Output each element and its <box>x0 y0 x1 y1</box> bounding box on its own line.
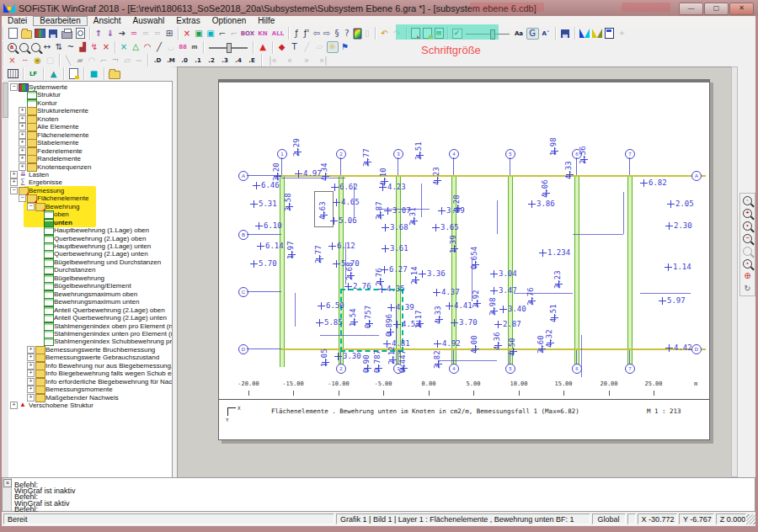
decimals-m-button[interactable]: .M <box>165 55 178 66</box>
undo-button[interactable]: ↶ <box>379 28 391 40</box>
tree-item-anteil-querbewehrung-2-lage-unten[interactable]: Anteil Querbewehrung (2.Lage) unten <box>8 314 172 322</box>
decimals-e-button[interactable]: .E <box>246 55 259 66</box>
tree-item-bewehrungsmaximum-oben[interactable]: Bewehrungsmaximum oben <box>8 290 172 298</box>
tree-expander-collapse-icon[interactable]: − <box>19 194 26 202</box>
favorites-button[interactable]: ✦ <box>617 28 628 40</box>
drawing-workspace[interactable]: 1234567234567ABCDAD2.293.773.511.982.564… <box>177 66 733 479</box>
select-all-button[interactable]: ALL <box>271 28 286 40</box>
menu-optionen[interactable]: Optionen <box>206 16 253 26</box>
pick-help-button[interactable]: ? <box>343 28 352 40</box>
tree-expander-expand-icon[interactable]: + <box>19 107 26 114</box>
menu-hilfe[interactable]: Hilfe <box>252 16 280 26</box>
tree-item-federelemente[interactable]: +Federelemente <box>8 147 172 155</box>
tree-expander-expand-icon[interactable]: + <box>27 370 35 377</box>
page-align-2-button[interactable]: = <box>141 28 152 40</box>
animate-button[interactable]: ↯ <box>89 41 100 53</box>
tree-item-bewehrungsmaximum-unten[interactable]: Bewehrungsmaximum unten <box>8 298 172 306</box>
page-first-button[interactable]: |« <box>265 55 281 66</box>
import-db-button[interactable] <box>34 28 46 40</box>
redo-button[interactable]: ↷ <box>392 28 403 40</box>
decimals-1-button[interactable]: .1 <box>192 55 205 66</box>
font-fixed-button[interactable]: G <box>526 28 539 40</box>
draw-tool-button[interactable]: ╱ <box>302 41 313 53</box>
tree-item-bewehrung[interactable]: −Bewehrung <box>8 203 172 210</box>
tree-item-hauptbewehrung-1-lage-oben[interactable]: Hauptbewehrung (1.Lage) oben <box>8 226 172 234</box>
corner-1-button[interactable]: ⌐ <box>99 55 109 66</box>
menu-ansicht[interactable]: Ansicht <box>88 16 127 26</box>
export-page-2-button[interactable] <box>422 28 433 40</box>
page-align-3-button[interactable]: = <box>152 28 163 40</box>
tree-item-stabelemente[interactable]: +Stabelemente <box>8 139 172 146</box>
pan-horizontal-button[interactable]: ↔ <box>42 41 53 53</box>
output-close-icon[interactable]: × <box>3 479 12 487</box>
tree-item-ergebnisse[interactable]: +∑Ergebnisse <box>8 178 172 186</box>
tree-item-strukturelemente[interactable]: +Strukturelemente <box>8 107 172 114</box>
menu-extras[interactable]: Extras <box>170 16 206 26</box>
select-function-2-button[interactable]: ƒ' <box>302 28 312 40</box>
tree-expander-collapse-icon[interactable]: − <box>10 83 18 91</box>
tree-expander-expand-icon[interactable]: + <box>19 155 26 162</box>
font-select-button[interactable]: Aa <box>513 28 526 40</box>
clip-plane-button[interactable]: × <box>119 41 130 53</box>
render-mode-button[interactable] <box>353 28 362 40</box>
new-button[interactable] <box>7 28 19 40</box>
wingraf-close-button[interactable] <box>591 28 603 40</box>
delete-dimension-button[interactable]: × <box>7 55 19 66</box>
diagram-display-button[interactable]: ▟ <box>77 41 88 53</box>
tree-item-kontur[interactable]: Kontur <box>8 99 172 107</box>
page-next-button[interactable]: » <box>299 55 315 66</box>
zoom-view-button[interactable] <box>19 41 29 53</box>
minimize-button[interactable]: — <box>679 3 703 15</box>
panel-box-button[interactable]: ■ <box>88 68 101 80</box>
tree-item-bemessungsmomente[interactable]: +Bemessungsmomente <box>8 386 172 393</box>
panel-isolines-button[interactable]: ▲ <box>47 68 61 80</box>
export-page-3-button[interactable] <box>434 28 445 40</box>
zoom-all-button[interactable]: ⊕ <box>741 270 754 282</box>
marker-button[interactable]: ◆ <box>276 41 288 53</box>
show-all-elements-button[interactable]: ▣ <box>194 28 205 40</box>
crop-view-button[interactable]: ⌐ <box>217 28 228 40</box>
tree-expander-expand-icon[interactable]: + <box>27 386 35 393</box>
tree-item-oben[interactable]: oben <box>8 210 172 218</box>
page-layout-button[interactable]: ⊞ <box>164 28 175 40</box>
warning-button[interactable]: ▲ <box>257 41 270 53</box>
line-tool-button[interactable]: ╱ <box>154 41 165 53</box>
erase-tool-button[interactable]: ▱ <box>314 41 326 53</box>
tree-item-stahlmengenindex-unten-pro-element-netto[interactable]: Stahlmengenindex unten pro Element (nett… <box>8 330 172 338</box>
save-button[interactable] <box>47 28 60 40</box>
panel-loadcase-button[interactable]: LF <box>27 68 40 80</box>
tree-expander-expand-icon[interactable]: + <box>19 123 26 130</box>
tree-expander-expand-icon[interactable]: + <box>27 346 35 354</box>
tree-expander-expand-icon[interactable]: + <box>19 147 26 155</box>
tree-item-durchstanzen[interactable]: Durchstanzen <box>8 266 172 274</box>
save-view-button[interactable] <box>559 28 572 40</box>
page-prev-button[interactable]: « <box>282 55 298 66</box>
select-function-button[interactable]: ƒ <box>292 28 302 40</box>
shift-left-button[interactable]: ⇦ <box>312 28 322 40</box>
tree-item-struktur[interactable]: Struktur <box>8 91 172 98</box>
tree-expander-expand-icon[interactable]: + <box>27 354 35 361</box>
tree-expander-expand-icon[interactable]: + <box>19 139 26 146</box>
tree-item-verschobene-struktur[interactable]: +▲Verschobene Struktur <box>8 402 172 409</box>
panel-pages-button[interactable] <box>67 68 81 80</box>
tree-expander-expand-icon[interactable]: + <box>10 178 18 186</box>
zoom-sheet-button[interactable] <box>30 41 41 53</box>
corner-2-button[interactable]: ¬ <box>110 55 121 66</box>
page-insert-after-button[interactable]: ⇓ <box>105 28 116 40</box>
decimals-0-button[interactable]: .0 <box>179 55 191 66</box>
tree-expander-collapse-icon[interactable]: − <box>10 187 18 194</box>
panel-folder-button[interactable] <box>108 68 121 80</box>
pan-vertical-button[interactable]: ⇅ <box>54 41 65 53</box>
shift-right-button[interactable]: ⇨ <box>323 28 332 40</box>
page-arrange-button[interactable]: ➔ <box>117 28 128 40</box>
tree-expander-collapse-icon[interactable]: − <box>27 203 35 210</box>
menu-datei[interactable]: Datei <box>2 16 33 26</box>
print-preview-button[interactable] <box>74 28 87 40</box>
tree-expander-expand-icon[interactable]: + <box>27 394 35 402</box>
placeholder-box-button[interactable]: ▢ <box>45 55 56 66</box>
tree-item-systemwerte[interactable]: −Systemwerte <box>8 83 172 91</box>
tree-item-alle-elemente[interactable]: +Alle Elemente <box>8 123 172 130</box>
resize-grip[interactable] <box>746 514 755 524</box>
select-box-button[interactable]: BOX <box>241 28 255 40</box>
tree-item-stahlmengenindex-schubbewehrung-pro-ele[interactable]: Stahlmengenindex Schubbewehrung pro Ele <box>8 338 172 345</box>
